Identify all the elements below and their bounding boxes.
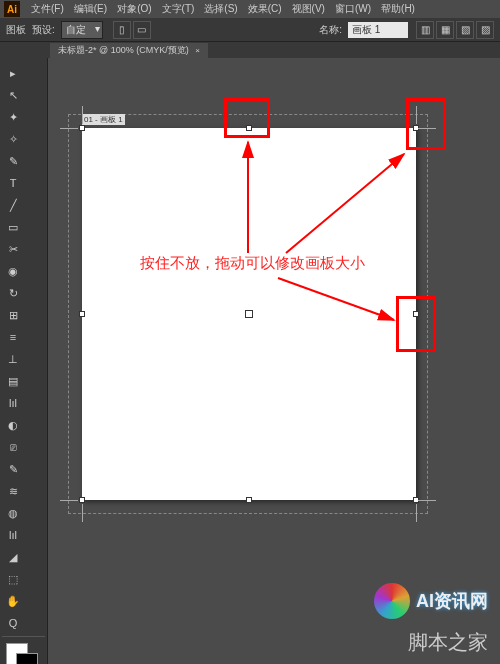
menu-object[interactable]: 对象(O): [112, 2, 156, 16]
name-label: 名称:: [319, 23, 342, 37]
eyedropper-tool[interactable]: ✎: [3, 459, 23, 479]
menu-select[interactable]: 选择(S): [199, 2, 242, 16]
menu-edit[interactable]: 编辑(E): [69, 2, 112, 16]
toolbox: ▸ ↖ ✦ ✧ ✎ T ╱ ▭ ✂ ◉ ↻ ⊞ ≡ ⊥ ▤ lıl ◐ ⎚ ✎ …: [0, 58, 48, 664]
main-area: ▸ ↖ ✦ ✧ ✎ T ╱ ▭ ✂ ◉ ↻ ⊞ ≡ ⊥ ▤ lıl ◐ ⎚ ✎ …: [0, 58, 500, 664]
rotate-tool[interactable]: ↻: [3, 283, 23, 303]
annotation-highlight-top-handle: [224, 98, 270, 138]
artboard-bounds: 01 - 画板 1: [68, 114, 428, 514]
pen-tool[interactable]: ✎: [3, 151, 23, 171]
menu-type[interactable]: 文字(T): [157, 2, 200, 16]
column-graph-tool[interactable]: lıl: [3, 393, 23, 413]
artboard-name-input[interactable]: 画板 1: [348, 22, 408, 38]
ellipse-tool[interactable]: ◉: [3, 261, 23, 281]
stroke-color-swatch[interactable]: [16, 653, 38, 664]
crop-mark: [418, 500, 436, 501]
direct-selection-tool[interactable]: ↖: [3, 85, 23, 105]
tab-bar: 未标题-2* @ 100% (CMYK/预览) ×: [0, 42, 500, 58]
scale-tool[interactable]: ⊞: [3, 305, 23, 325]
resize-handle-ml[interactable]: [79, 311, 85, 317]
control-bar: 图板 预设: 自定 ▯ ▭ 名称: 画板 1 ▥ ▦ ▧ ▨: [0, 18, 500, 42]
watermark-jb51: 脚本之家: [408, 629, 488, 656]
slice-tool[interactable]: ⬚: [3, 569, 23, 589]
resize-handle-bc[interactable]: [246, 497, 252, 503]
menu-window[interactable]: 窗口(W): [330, 2, 376, 16]
options-icon-2[interactable]: ▦: [436, 21, 454, 39]
crop-mark: [82, 106, 83, 124]
magic-wand-tool[interactable]: ✦: [3, 107, 23, 127]
type-tool[interactable]: T: [3, 173, 23, 193]
tab-title: 未标题-2* @ 100% (CMYK/预览): [58, 45, 189, 55]
rect-tool[interactable]: ▭: [3, 217, 23, 237]
tab-close-icon[interactable]: ×: [195, 46, 200, 55]
document-tab[interactable]: 未标题-2* @ 100% (CMYK/预览) ×: [50, 43, 208, 58]
lasso-tool[interactable]: ✧: [3, 129, 23, 149]
preset-label: 预设:: [32, 23, 55, 37]
annotation-text: 按住不放，拖动可以修改画板大小: [140, 254, 365, 273]
watermark-text: AI资讯网: [416, 589, 488, 613]
artboard-label: 01 - 画板 1: [82, 114, 125, 125]
orientation-portrait-icon[interactable]: ▯: [113, 21, 131, 39]
shape-builder-tool[interactable]: ▤: [3, 371, 23, 391]
gradient-tool[interactable]: ⎚: [3, 437, 23, 457]
crop-mark: [60, 128, 78, 129]
options-icon-4[interactable]: ▨: [476, 21, 494, 39]
watermark-logo-icon: [374, 583, 410, 619]
options-icon-3[interactable]: ▧: [456, 21, 474, 39]
free-transform-tool[interactable]: ⊥: [3, 349, 23, 369]
mesh-tool[interactable]: ◐: [3, 415, 23, 435]
artboard-center-mark[interactable]: [245, 310, 253, 318]
options-icon[interactable]: ▥: [416, 21, 434, 39]
separator: [2, 636, 45, 637]
menu-effect[interactable]: 效果(C): [243, 2, 287, 16]
canvas-area[interactable]: 01 - 画板 1 按住不放，拖动可以修改画板大小: [48, 58, 500, 664]
menubar: Ai 文件(F) 编辑(E) 对象(O) 文字(T) 选择(S) 效果(C) 视…: [0, 0, 500, 18]
line-tool[interactable]: ╱: [3, 195, 23, 215]
selection-tool[interactable]: ▸: [3, 63, 23, 83]
scissors-tool[interactable]: ✂: [3, 239, 23, 259]
graph-tool[interactable]: lıl: [3, 525, 23, 545]
hand-tool[interactable]: ✋: [3, 591, 23, 611]
crop-mark: [82, 504, 83, 522]
menu-view[interactable]: 视图(V): [287, 2, 330, 16]
zoom-tool[interactable]: Q: [3, 613, 23, 633]
annotation-highlight-right-handle: [396, 296, 436, 352]
menu-help[interactable]: 帮助(H): [376, 2, 420, 16]
preset-dropdown[interactable]: 自定: [61, 21, 103, 39]
menu-file[interactable]: 文件(F): [26, 2, 69, 16]
crop-mark: [60, 500, 78, 501]
width-tool[interactable]: ≡: [3, 327, 23, 347]
blend-tool[interactable]: ≋: [3, 481, 23, 501]
symbol-sprayer-tool[interactable]: ◍: [3, 503, 23, 523]
orientation-landscape-icon[interactable]: ▭: [133, 21, 151, 39]
watermark-ai: AI资讯网: [374, 583, 488, 619]
crop-mark: [416, 504, 417, 522]
resize-handle-tl[interactable]: [79, 125, 85, 131]
artboard-mode-label: 图板: [6, 23, 26, 37]
artboard-tool[interactable]: ◢: [3, 547, 23, 567]
color-swatches: [2, 643, 45, 664]
resize-handle-bl[interactable]: [79, 497, 85, 503]
app-icon: Ai: [4, 1, 20, 17]
annotation-highlight-top-right-handle: [406, 98, 446, 150]
